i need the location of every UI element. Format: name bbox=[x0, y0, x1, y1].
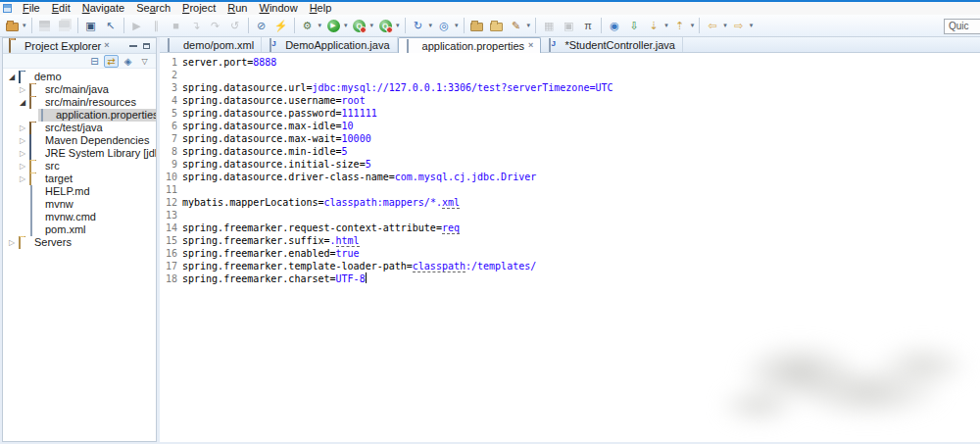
tree-item-mvnw[interactable]: mvnw bbox=[3, 198, 156, 211]
property-value-misspelled: xml bbox=[442, 196, 460, 209]
tree-expand-icon[interactable]: ▷ bbox=[7, 238, 17, 247]
back-dropdown-icon[interactable]: ▾ bbox=[723, 22, 727, 29]
explorer-tab-close-icon[interactable]: × bbox=[104, 41, 109, 50]
forward-icon[interactable]: ⇨ bbox=[730, 17, 748, 34]
line-number: 3 bbox=[160, 81, 177, 94]
menu-run[interactable]: Run bbox=[221, 2, 253, 14]
maximize-icon[interactable] bbox=[143, 43, 150, 49]
editor-tab-demoapplication-java[interactable]: DemoApplication.java bbox=[262, 37, 397, 52]
menu-search[interactable]: Search bbox=[130, 2, 176, 14]
open-console-icon[interactable]: ▣ bbox=[82, 17, 100, 34]
new-wizard-dropdown-icon[interactable]: ▾ bbox=[23, 22, 26, 29]
debug-tool-dropdown-icon[interactable]: ▾ bbox=[318, 22, 322, 29]
skip-breakpoints-icon[interactable]: ⊘ bbox=[253, 17, 270, 34]
tree-expand-icon[interactable]: ▷ bbox=[18, 123, 27, 132]
property-value-misspelled: req bbox=[442, 222, 460, 234]
menu-window[interactable]: Window bbox=[253, 2, 303, 14]
watermark-blur bbox=[704, 313, 978, 442]
property-key: spring.datasource.url bbox=[182, 81, 306, 94]
coverage-dropdown-icon[interactable]: ▾ bbox=[396, 22, 400, 29]
line-number: 11 bbox=[160, 183, 177, 196]
tree-item-pom-xml[interactable]: pom.xml bbox=[3, 223, 156, 236]
pull-down-dropdown-icon[interactable]: ▾ bbox=[664, 22, 668, 29]
tree-expand-icon[interactable]: ▷ bbox=[18, 162, 27, 171]
editor-tab--studentcontroller-java[interactable]: *StudentController.java bbox=[541, 37, 683, 52]
push-up-icon[interactable]: ⇡ bbox=[671, 17, 689, 34]
new-web-wizard-dropdown-icon[interactable]: ▾ bbox=[455, 22, 459, 29]
toolbar-separator bbox=[77, 18, 78, 33]
pull-down-icon[interactable]: ⇣ bbox=[645, 17, 662, 34]
tree-item-target[interactable]: ▷target bbox=[3, 173, 156, 185]
tree-item-mvnw-cmd[interactable]: mvnw.cmd bbox=[3, 211, 156, 223]
minimize-icon[interactable] bbox=[129, 45, 137, 47]
code-line: 15spring.freemarker.suffix=.html bbox=[160, 234, 980, 247]
tree-item-maven-dependencies[interactable]: ▷Maven Dependencies bbox=[3, 134, 156, 147]
link-with-editor-icon[interactable]: ⇄ bbox=[104, 55, 119, 68]
menu-file[interactable]: File bbox=[17, 2, 46, 14]
tree-expand-icon[interactable]: ▷ bbox=[18, 149, 27, 158]
new-web-wizard-icon[interactable]: ◎ bbox=[435, 17, 453, 34]
import-icon[interactable]: ⇩ bbox=[625, 17, 643, 34]
editor-tab-demo-pom-xml[interactable]: demo/pom.xml bbox=[160, 37, 262, 52]
tree-expand-icon[interactable]: ◢ bbox=[18, 98, 27, 107]
editor-text-area[interactable]: 1server.port=888823spring.datasource.url… bbox=[160, 53, 980, 442]
debug-config-dropdown-icon[interactable]: ▾ bbox=[370, 22, 374, 29]
editor-tab-application-properties[interactable]: application.properties× bbox=[398, 37, 542, 53]
property-key: spring.datasource.driver-class-name bbox=[182, 171, 389, 183]
tree-item-label: src/test/java bbox=[45, 122, 103, 134]
java-file-icon bbox=[548, 39, 561, 51]
tree-item-label: JRE System Library [jdk1.8.0_1 bbox=[45, 147, 156, 160]
tree-item-application-properties[interactable]: application.properties bbox=[3, 109, 156, 122]
tab-close-icon[interactable]: × bbox=[528, 41, 533, 50]
tree-expand-icon[interactable]: ◢ bbox=[7, 73, 17, 81]
open-browser-icon[interactable]: ◉ bbox=[606, 17, 623, 34]
debug-config-icon[interactable]: Q bbox=[351, 17, 368, 34]
coverage-icon[interactable]: Q bbox=[376, 17, 394, 34]
selection-tool-icon[interactable]: ↖ bbox=[102, 17, 120, 34]
menu-navigate[interactable]: Navigate bbox=[76, 2, 130, 14]
project-explorer-view: Project Explorer × ⊟⇄◈▽ ◢demo▷src/main/j… bbox=[2, 37, 157, 442]
forward-dropdown-icon[interactable]: ▾ bbox=[750, 22, 754, 29]
menu-project[interactable]: Project bbox=[176, 2, 221, 14]
tree-item-src-main-resources[interactable]: ◢src/main/resources bbox=[3, 96, 156, 109]
run-external-tools-icon[interactable]: ⚡ bbox=[272, 17, 290, 34]
tree-item-jre-system-library-jdk1-8-0-1[interactable]: ▷JRE System Library [jdk1.8.0_1 bbox=[3, 147, 156, 160]
tree-item-src-test-java[interactable]: ▷src/test/java bbox=[3, 122, 156, 134]
line-number: 1 bbox=[160, 56, 177, 69]
quick-access-box[interactable]: Quic bbox=[944, 19, 980, 34]
open-resource-icon[interactable] bbox=[488, 17, 506, 34]
tree-item-servers[interactable]: ▷Servers bbox=[3, 236, 156, 249]
annotate-icon[interactable]: ✎ bbox=[508, 17, 525, 34]
new-wizard-icon[interactable] bbox=[3, 17, 21, 34]
run-icon[interactable]: ▶ bbox=[324, 17, 342, 34]
menu-help[interactable]: Help bbox=[304, 2, 338, 14]
synchronize-dropdown-icon[interactable]: ▾ bbox=[429, 22, 433, 29]
collapse-all-icon[interactable]: ⊟ bbox=[87, 55, 102, 68]
code-line: 11 bbox=[160, 183, 980, 196]
focus-on-active-task-icon[interactable]: ◈ bbox=[121, 55, 135, 68]
push-up-dropdown-icon[interactable]: ▾ bbox=[691, 22, 695, 29]
pi-symbol-icon[interactable]: π bbox=[579, 17, 597, 34]
explorer-tab-icon bbox=[9, 39, 11, 53]
pkg-icon bbox=[29, 97, 42, 109]
tree-expand-icon[interactable]: ▷ bbox=[18, 174, 27, 183]
menu-edit[interactable]: Edit bbox=[46, 2, 76, 14]
view-menu-icon[interactable]: ▽ bbox=[137, 55, 152, 68]
back-icon[interactable]: ⇦ bbox=[704, 17, 721, 34]
open-folder-icon[interactable] bbox=[468, 17, 486, 34]
project-explorer-tab[interactable]: Project Explorer × bbox=[6, 38, 113, 54]
run-dropdown-icon[interactable]: ▾ bbox=[344, 22, 348, 29]
tree-item-demo[interactable]: ◢demo bbox=[3, 71, 156, 83]
annotate-dropdown-icon[interactable]: ▾ bbox=[527, 22, 531, 29]
tree-item-src-main-java[interactable]: ▷src/main/java bbox=[3, 83, 156, 96]
tree-expand-icon[interactable]: ▷ bbox=[18, 85, 27, 94]
toolbar-separator bbox=[601, 18, 602, 33]
toolbar-separator bbox=[405, 18, 406, 33]
property-key: server.port bbox=[182, 56, 247, 69]
synchronize-icon[interactable]: ↻ bbox=[410, 17, 427, 34]
debug-tool-icon[interactable]: ⚙ bbox=[299, 17, 317, 34]
tree-item-src[interactable]: ▷src bbox=[3, 160, 156, 173]
md-icon bbox=[29, 186, 42, 198]
tree-item-help-md[interactable]: HELP.md bbox=[3, 185, 156, 198]
tree-expand-icon[interactable]: ▷ bbox=[18, 136, 27, 145]
